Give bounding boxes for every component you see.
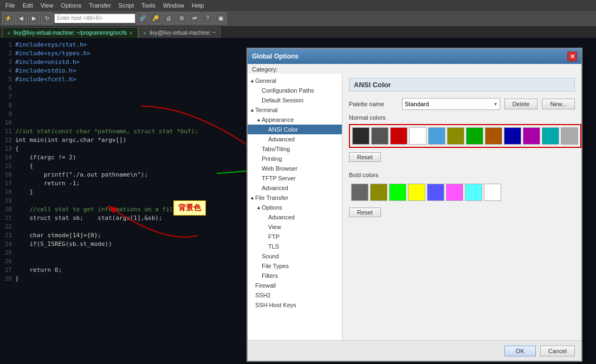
toolbar-icon-transfer[interactable]: ⇄	[189, 12, 200, 24]
tree-item-advanced[interactable]: Advanced	[248, 183, 342, 193]
code-line: 19	[0, 196, 249, 205]
toolbar-icon-connect[interactable]: 🔗	[137, 12, 148, 24]
normal-reset-button[interactable]: Reset	[349, 152, 381, 162]
menu-file[interactable]: File	[2, 2, 18, 9]
line-number: 4	[0, 67, 15, 74]
code-line: 16 printf("./a.out pathname\n");	[0, 170, 249, 179]
tree-item-appearance[interactable]: ▲Appearance	[248, 115, 342, 125]
menu-script[interactable]: Script	[115, 2, 137, 9]
toolbar-icon-settings[interactable]: ⚙	[176, 12, 187, 24]
dialog-close-button[interactable]: ✕	[567, 51, 577, 61]
menu-edit[interactable]: Edit	[20, 2, 36, 9]
tree-item-filters[interactable]: Filters	[248, 271, 342, 281]
normal-color-swatch-0[interactable]	[352, 127, 370, 145]
tree-item-file-transfer[interactable]: ▲File Transfer	[248, 193, 342, 203]
code-line: 18 }	[0, 187, 249, 196]
normal-colors-section: Normal colors Reset	[349, 114, 575, 168]
tree-item-advanced[interactable]: Advanced	[248, 134, 342, 144]
code-editor[interactable]: 1#include<sys/stat.h>2#include<sys/types…	[0, 38, 249, 364]
bold-color-swatch-4[interactable]	[427, 184, 444, 201]
menu-help[interactable]: Help	[189, 2, 208, 9]
bold-color-swatch-0[interactable]	[351, 184, 368, 201]
tree-item-terminal[interactable]: ▲Terminal	[248, 105, 342, 115]
tree-item-default-session[interactable]: Default Session	[248, 95, 342, 105]
dialog-footer: OK Cancel	[248, 340, 581, 361]
menu-options[interactable]: Options	[57, 2, 85, 9]
tree-item-options[interactable]: ▲Options	[248, 203, 342, 212]
toolbar-icon-back[interactable]: ◀	[15, 12, 27, 24]
tree-item-general[interactable]: ▲General	[248, 76, 342, 86]
line-number: 22	[0, 223, 15, 230]
normal-color-swatch-6[interactable]	[466, 127, 483, 145]
tree-item-file-types[interactable]: File Types	[248, 261, 342, 271]
bold-color-swatch-2[interactable]	[389, 184, 406, 201]
tree-item-label: FTP	[268, 233, 280, 240]
toolbar-icon-key[interactable]: 🔑	[150, 12, 161, 24]
tree-item-web-browser[interactable]: Web Browser	[248, 164, 342, 173]
toolbar-icon-screen[interactable]: ▣	[215, 12, 226, 24]
tree-item-tftp-server[interactable]: TFTP Server	[248, 173, 342, 183]
menu-window[interactable]: Window	[160, 2, 187, 9]
tab-2[interactable]: ✓ livy@livy-virtual-machine: ~	[138, 27, 221, 38]
code-line: 5#include<fcntl.h>	[0, 75, 249, 83]
tree-item-view[interactable]: View	[248, 222, 342, 232]
tree-item-advanced[interactable]: Advanced	[248, 212, 342, 222]
toolbar-icon-print[interactable]: 🖨	[163, 12, 174, 24]
tab-1[interactable]: ✓ livy@livy-virtual-machine: ~/programmi…	[2, 27, 138, 38]
code-line: 20 //call stat to get informations on a …	[0, 205, 249, 213]
line-number: 3	[0, 58, 15, 66]
address-bar[interactable]: Enter host <Alt+R>	[54, 14, 135, 23]
line-content: if(S_ISREG(sb.st_mode))	[15, 240, 112, 248]
delete-button[interactable]: Delete	[504, 99, 538, 109]
line-content: {	[15, 145, 19, 152]
tree-expand-icon: ▲	[250, 78, 255, 83]
line-number: 26	[0, 258, 15, 265]
menu-tools[interactable]: Tools	[138, 2, 159, 9]
tree-item-ssh2[interactable]: SSH2	[248, 290, 342, 300]
bold-reset-button[interactable]: Reset	[349, 207, 381, 217]
normal-color-swatch-4[interactable]	[428, 127, 445, 145]
ok-button[interactable]: OK	[504, 346, 536, 356]
cancel-button[interactable]: Cancel	[540, 346, 575, 356]
normal-color-swatch-10[interactable]	[542, 127, 559, 145]
new-button[interactable]: New...	[542, 99, 575, 109]
normal-color-swatch-5[interactable]	[447, 127, 464, 145]
palette-select-wrapper: Standard Custom Linux XTerm ▼	[402, 98, 500, 110]
toolbar-icon-help[interactable]: ?	[202, 12, 213, 24]
normal-color-swatch-11[interactable]	[561, 127, 578, 145]
menu-transfer[interactable]: Transfer	[86, 2, 114, 9]
line-number: 24	[0, 240, 15, 248]
code-line: 12int main(int argc,char *argv[])	[0, 135, 249, 144]
tree-item-printing[interactable]: Printing	[248, 154, 342, 164]
bold-color-swatch-6[interactable]	[465, 184, 482, 201]
toolbar-icon-refresh[interactable]: ↻	[41, 12, 53, 24]
line-number: 13	[0, 145, 15, 152]
normal-color-swatch-8[interactable]	[504, 127, 521, 145]
bold-color-swatch-3[interactable]	[408, 184, 425, 201]
menu-view[interactable]: View	[37, 2, 57, 9]
tree-item-tls[interactable]: TLS	[248, 242, 342, 251]
palette-select[interactable]: Standard Custom Linux XTerm	[402, 98, 500, 110]
tab-1-close[interactable]: ✕	[129, 30, 133, 36]
tree-item-sound[interactable]: Sound	[248, 251, 342, 261]
tree-item-tabs/tiling[interactable]: Tabs/Tiling	[248, 144, 342, 154]
normal-color-swatch-9[interactable]	[523, 127, 540, 145]
tree-item-configuration-paths[interactable]: Configuration Paths	[248, 86, 342, 95]
tree-item-label: Advanced	[268, 136, 295, 142]
tree-item-firewall[interactable]: Firewall	[248, 281, 342, 290]
tree-item-ansi-color[interactable]: ANSI Color	[248, 125, 342, 134]
normal-color-swatch-1[interactable]	[371, 127, 388, 145]
toolbar-icon-forward[interactable]: ▶	[28, 12, 40, 24]
bold-color-swatch-1[interactable]	[370, 184, 387, 201]
line-content: #include<stdio.h>	[15, 67, 76, 74]
toolbar-icon-lightning[interactable]: ⚡	[2, 12, 14, 24]
normal-color-swatch-3[interactable]	[409, 127, 426, 145]
normal-color-swatch-2[interactable]	[390, 127, 407, 145]
bold-color-swatch-7[interactable]	[484, 184, 501, 201]
tree-item-ssh-host-keys[interactable]: SSH Host Keys	[248, 300, 342, 310]
line-number: 2	[0, 50, 15, 57]
bold-color-swatch-5[interactable]	[446, 184, 463, 201]
tree-item-ftp[interactable]: FTP	[248, 232, 342, 242]
normal-color-swatch-7[interactable]	[485, 127, 502, 145]
code-lines: 1#include<sys/stat.h>2#include<sys/types…	[0, 38, 249, 285]
